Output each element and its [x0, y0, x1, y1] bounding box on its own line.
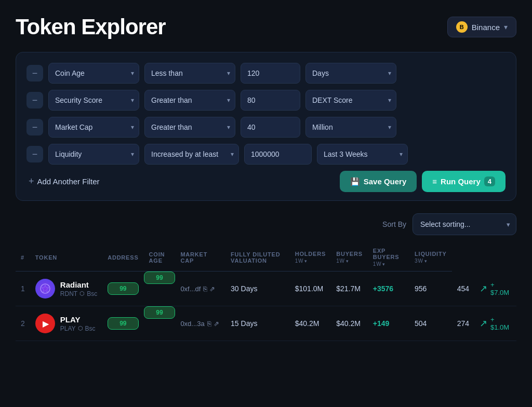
row-1-buyers: 956 — [409, 272, 452, 306]
filter-4-field-wrapper: Liquidity ▾ — [48, 144, 139, 165]
run-query-button[interactable]: ≡ Run Query 4 — [422, 171, 506, 192]
filter-3-operator-select[interactable]: Greater than Less than — [144, 117, 235, 138]
security-score-cell: 99 — [102, 272, 143, 306]
table-body: 1 Radiant — [16, 272, 516, 341]
filter-4-value-input[interactable] — [244, 144, 312, 165]
filter-4-unit-wrapper: Last 3 Weeks Last Week ▾ — [317, 144, 408, 165]
filter-1-field-wrapper: Coin Age ▾ — [48, 63, 139, 84]
col-buyers: BUYERS 1W ▾ — [331, 243, 368, 272]
results-table: # TOKEN ADDRESS COIN AGE MARKET CAP FULL… — [16, 243, 516, 341]
exchange-icon: B — [456, 21, 468, 33]
col-exp-buyers: EXP BUYERS 1W ▾ — [368, 243, 409, 272]
filter-icon: ≡ — [432, 177, 437, 186]
row-2-liquidity: ↗ + $1.0M — [474, 306, 516, 341]
filter-row-3: − Market Cap ▾ Greater than Less than ▾ … — [26, 117, 506, 138]
remove-filter-1-button[interactable]: − — [26, 65, 43, 82]
col-market-cap: MARKET CAP — [175, 243, 225, 272]
remove-filter-4-button[interactable]: − — [26, 146, 43, 162]
filter-1-operator-select[interactable]: Less than Greater than — [144, 63, 235, 84]
copy-icon[interactable]: ⎘ — [203, 285, 207, 293]
filter-2-field-select[interactable]: Security Score — [48, 90, 139, 111]
exchange-name: Binance — [472, 23, 500, 32]
filter-3-unit-select[interactable]: Million Billion — [305, 117, 396, 138]
filter-row-2: − Security Score ▾ Greater than Less tha… — [26, 90, 506, 111]
row-1-holders: +3576 — [368, 272, 409, 306]
filter-3-field-wrapper: Market Cap ▾ — [48, 117, 139, 138]
row-2-token: ▶ PLAY PLAY ⬡ Bsc — [30, 306, 102, 341]
token-1-ticker: RDNT — [60, 290, 77, 297]
table-row: 1 Radiant — [16, 272, 516, 306]
filter-1-unit-select[interactable]: Days Weeks — [305, 63, 396, 84]
external-link-icon[interactable]: ⇗ — [214, 320, 219, 328]
filter-2-field-wrapper: Security Score ▾ — [48, 90, 139, 111]
run-label: Run Query — [441, 177, 481, 186]
filter-3-field-select[interactable]: Market Cap — [48, 117, 139, 138]
chain-icon: ⬡ — [79, 290, 85, 297]
row-2-num: 2 — [16, 306, 30, 341]
save-label: Save Query — [364, 177, 407, 186]
address-2-text: 0xd...3a — [180, 320, 204, 328]
token-2-chain: Bsc — [85, 325, 96, 332]
results-section: Sort By Select sorting... ▾ # TOKEN ADDR… — [16, 213, 516, 341]
filter-3-value-input[interactable] — [241, 117, 300, 138]
row-1-market-cap: $101.0M — [290, 272, 331, 306]
filter-4-operator-wrapper: Increased by at least Decreased by at le… — [144, 144, 239, 165]
page-title: Token Explorer — [16, 15, 166, 39]
chain-icon: ⬡ — [78, 325, 83, 332]
filter-4-operator-select[interactable]: Increased by at least Decreased by at le… — [144, 144, 239, 165]
filter-4-unit-select[interactable]: Last 3 Weeks Last Week — [317, 144, 408, 165]
row-2-market-cap: $40.2M — [290, 306, 331, 341]
sort-select[interactable]: Select sorting... — [413, 213, 516, 235]
filter-1-value-input[interactable] — [241, 63, 300, 84]
table-header: # TOKEN ADDRESS COIN AGE MARKET CAP FULL… — [16, 243, 516, 272]
table-row: 2 ▶ PLAY PLAY ⬡ — [16, 306, 516, 341]
token-1-icon — [35, 279, 55, 299]
save-query-button[interactable]: 💾 Save Query — [340, 171, 417, 192]
row-1-liquidity-val: + $7.0M — [490, 281, 511, 296]
row-1-num: 1 — [16, 272, 30, 306]
sort-select-wrapper: Select sorting... ▾ — [413, 213, 516, 235]
external-link-icon[interactable]: ⇗ — [209, 285, 215, 293]
filter-1-unit-wrapper: Days Weeks ▾ — [305, 63, 396, 84]
address-1-text: 0xf...df — [180, 285, 201, 293]
filter-2-operator-select[interactable]: Greater than Less than — [144, 90, 235, 111]
filter-4-field-select[interactable]: Liquidity — [48, 144, 139, 165]
row-2-liquidity-val: + $1.0M — [490, 316, 511, 331]
trend-up-icon: ↗ — [480, 283, 487, 294]
row-2-coin-age: 15 Days — [225, 306, 290, 341]
filter-row-1: − Coin Age ▾ Less than Greater than ▾ Da… — [26, 63, 506, 84]
col-token: TOKEN — [30, 243, 102, 272]
trend-up-icon: ↗ — [480, 318, 487, 329]
row-1-coin-age: 30 Days — [225, 272, 290, 306]
save-icon: 💾 — [350, 177, 360, 186]
filter-1-operator-wrapper: Less than Greater than ▾ — [144, 63, 235, 84]
exchange-selector[interactable]: B Binance ▾ — [447, 17, 516, 37]
col-num: # — [16, 243, 30, 272]
header: Token Explorer B Binance ▾ — [16, 15, 516, 39]
filter-2-operator-wrapper: Greater than Less than ▾ — [144, 90, 235, 111]
token-2-ticker: PLAY — [60, 325, 76, 332]
run-count-badge: 4 — [484, 177, 495, 186]
token-2-name: PLAY — [60, 315, 96, 324]
row-2-fdv: $40.2M — [331, 306, 368, 341]
token-1-chain: Bsc — [87, 290, 97, 297]
remove-filter-3-button[interactable]: − — [26, 119, 43, 135]
add-filter-button[interactable]: + Add Another Filter — [26, 172, 102, 191]
page-container: Token Explorer B Binance ▾ − Coin Age ▾ … — [0, 0, 532, 356]
row-1-fdv: $21.7M — [331, 272, 368, 306]
filter-2-value-input[interactable] — [241, 90, 300, 111]
plus-icon: + — [29, 176, 34, 187]
security-badge: 99 — [144, 272, 176, 284]
filter-footer: + Add Another Filter 💾 Save Query ≡ Run … — [26, 171, 506, 192]
filter-1-field-select[interactable]: Coin Age — [48, 63, 139, 84]
chevron-down-icon: ▾ — [504, 23, 508, 31]
col-address: ADDRESS — [102, 243, 143, 272]
row-2-buyers: 504 — [409, 306, 452, 341]
copy-icon[interactable]: ⎘ — [207, 320, 211, 328]
results-table-container: # TOKEN ADDRESS COIN AGE MARKET CAP FULL… — [16, 243, 516, 341]
row-1-exp-buyers: 454 — [452, 272, 474, 306]
filter-row-4: − Liquidity ▾ Increased by at least Decr… — [26, 144, 506, 165]
col-coin-age: COIN AGE — [144, 243, 176, 272]
remove-filter-2-button[interactable]: − — [26, 92, 43, 108]
filter-2-unit-select[interactable]: DEXT Score — [305, 90, 396, 111]
